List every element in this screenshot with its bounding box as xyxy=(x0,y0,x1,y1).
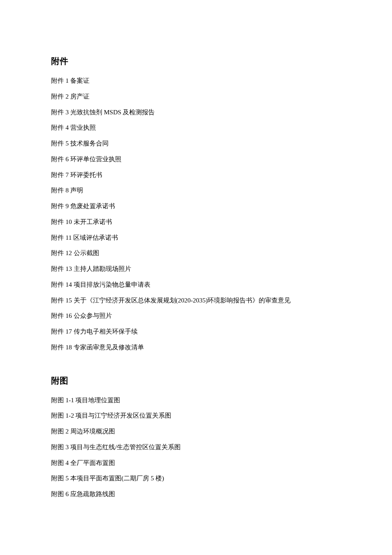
list-item: 附件 5 技术服务合同 xyxy=(51,136,341,151)
list-item: 附件 16 公众参与照片 xyxy=(51,308,341,324)
list-item: 附件 3 光致抗蚀剂 MSDS 及检测报告 xyxy=(51,105,341,120)
attachments-section: 附件 附件 1 备案证 附件 2 房产证 附件 3 光致抗蚀剂 MSDS 及检测… xyxy=(51,55,341,355)
list-item: 附件 15 关于《江宁经济开发区总体发展规划(2020-2035)环境影响报告书… xyxy=(51,293,341,308)
list-item: 附图 5 本项目平面布置图(二期厂房 5 楼) xyxy=(51,471,341,486)
list-item: 附图 3 项目与生态红线/生态管控区位置关系图 xyxy=(51,439,341,455)
list-item: 附图 1‑2 项目与江宁经济开发区位置关系图 xyxy=(51,408,341,424)
list-item: 附件 2 房产证 xyxy=(51,89,341,105)
list-item: 附图 4 全厂平面布置图 xyxy=(51,455,341,471)
list-item: 附件 7 环评委托书 xyxy=(51,167,341,183)
list-item: 附图 2 周边环境概况图 xyxy=(51,424,341,439)
list-item: 附件 12 公示截图 xyxy=(51,245,341,261)
list-item: 附件 18 专家函审意见及修改清单 xyxy=(51,340,341,355)
list-item: 附件 9 危废处置承诺书 xyxy=(51,198,341,214)
list-item: 附件 13 主持人踏勘现场照片 xyxy=(51,261,341,277)
attachments-heading: 附件 xyxy=(51,55,341,67)
figures-section: 附图 附图 1‑1 项目地理位置图 附图 1‑2 项目与江宁经济开发区位置关系图… xyxy=(51,375,341,502)
list-item: 附件 10 未开工承诺书 xyxy=(51,214,341,230)
figures-heading: 附图 xyxy=(51,375,341,386)
list-item: 附件 8 声明 xyxy=(51,183,341,198)
list-item: 附图 1‑1 项目地理位置图 xyxy=(51,392,341,408)
list-item: 附件 14 项目排放污染物总量申请表 xyxy=(51,277,341,293)
list-item: 附件 4 营业执照 xyxy=(51,120,341,136)
list-item: 附件 1 备案证 xyxy=(51,73,341,89)
list-item: 附件 6 环评单位营业执照 xyxy=(51,151,341,167)
list-item: 附件 11 区域评估承诺书 xyxy=(51,230,341,246)
list-item: 附件 17 传力电子相关环保手续 xyxy=(51,324,341,340)
list-item: 附图 6 应急疏散路线图 xyxy=(51,486,341,502)
